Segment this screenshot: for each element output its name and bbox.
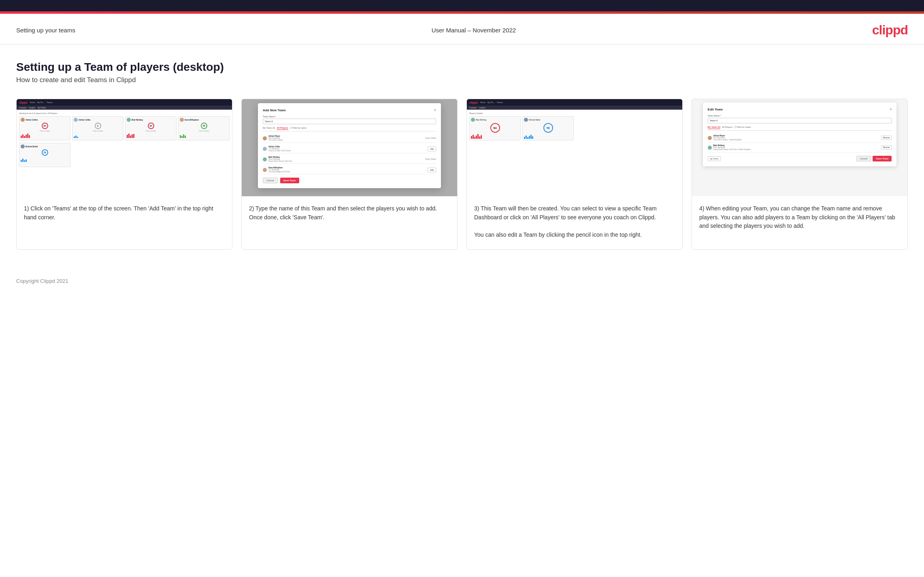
main-content: Setting up a Team of players (desktop) H… [0, 45, 924, 278]
edit-avatar-2 [708, 146, 712, 150]
edit-modal-footer: 🗑 Delete Cancel Save Team [708, 156, 892, 161]
modal-footer-2: Cancel Save Team [263, 178, 436, 183]
card-4: Edit Team × Team Name * Team A My Team (… [692, 99, 908, 250]
card-3-text: 3) This Team will then be created. You c… [467, 196, 682, 249]
mock-avatar-2 [74, 118, 78, 122]
card-1-text: 1) Click on 'Teams' at the top of the sc… [17, 196, 232, 249]
remove-player-btn-2[interactable]: Remove [881, 145, 892, 150]
mock-logo-1: clippd [19, 101, 28, 104]
edit-name-label: Team Name * [708, 115, 892, 117]
edit-player-row-2: Blair McHarg Plus HandicapRoyal North De… [708, 143, 892, 153]
mock-avatar-3 [127, 118, 131, 122]
edit-modal-tabs: My Team (2) All Players ☐ Filter by name [708, 126, 892, 131]
cards-grid: clippd Home My Pe... Teams Compare Insig… [16, 99, 908, 250]
edit-player-row-1: Adrian Player Plus HandicapThe Shire Lon… [708, 133, 892, 143]
edit-tab-all-players[interactable]: All Players [722, 126, 732, 129]
tab-my-team[interactable]: My Team (2) [263, 127, 275, 130]
edit-team-modal: Edit Team × Team Name * Team A My Team (… [703, 102, 897, 166]
card-3-text-2: You can also edit a Team by clicking the… [474, 231, 675, 240]
mock-nav-items-3: Home My Pe... Teams [480, 101, 503, 104]
edit-modal-bg: Edit Team × Team Name * Team A My Team (… [692, 99, 907, 196]
modal-title-4: Edit Team [708, 108, 723, 111]
mock-subnav-1: Compare Insights My Profile [17, 106, 232, 110]
top-bar [0, 0, 924, 11]
card-2-screenshot: Add New Team × Team Name * Team A My Tea… [242, 99, 457, 196]
avatar-ap [263, 136, 267, 140]
tab-all-players[interactable]: All Players [277, 127, 288, 130]
mock-avatar-1 [21, 118, 25, 122]
edit-avatar-1 [708, 136, 712, 140]
card-1: clippd Home My Pe... Teams Compare Insig… [16, 99, 232, 250]
header-center-text: User Manual – November 2022 [432, 27, 516, 34]
modal-title-2: Add New Team [263, 108, 286, 112]
add-player-btn-2[interactable]: Add [428, 168, 436, 172]
card-4-screenshot: Edit Team × Team Name * Team A My Team (… [692, 99, 907, 196]
mock-players-row-3: Blair McHarg 94 [469, 116, 680, 140]
avatar-bm [263, 157, 267, 161]
page-header: Setting up your teams User Manual – Nove… [0, 14, 924, 45]
edit-tab-my-team[interactable]: My Team (2) [708, 126, 720, 129]
card-2-text: 2) Type the name of this Team and then s… [242, 196, 457, 249]
modal-close-2[interactable]: × [434, 108, 436, 112]
header-left-text: Setting up your teams [16, 27, 75, 34]
edit-name-input[interactable]: Team A [708, 118, 892, 123]
mock-team-card-1: Blair McHarg 94 [469, 116, 521, 140]
avatar-ac [263, 147, 267, 151]
mock-avatar-t1 [471, 118, 475, 122]
tab-filter[interactable]: ☐ Filter by name [290, 127, 307, 130]
copyright-text: Copyright Clippd 2021 [16, 278, 68, 284]
mock-players-row-1: Adrian Collins 84 Player Quality [19, 116, 230, 140]
mock-subnav-3: Compare Insights [467, 106, 682, 110]
modal-overlay-2: Add New Team × Team Name * Team A My Tea… [242, 99, 457, 196]
mock-avatar-t2 [524, 118, 528, 122]
mock-nav-items-1: Home My Pe... Teams [30, 101, 53, 104]
mock-player-card-2: Adrian Coliba 0 Player Quality [72, 116, 123, 140]
mock-nav-1: clippd Home My Pe... Teams [17, 99, 232, 106]
modal-header-2: Add New Team × [263, 108, 436, 112]
player-list-2: Adrian Player Plus HandicapThe Shire Lon… [263, 134, 436, 174]
team-name-input-2[interactable]: Team A [263, 119, 436, 124]
page-title: Setting up a Team of players (desktop) [16, 61, 908, 74]
player-row-2: Adrian Colba 1-5 HandicapCentral London … [263, 144, 436, 153]
mock-avatar-5 [21, 144, 25, 148]
player-row-4: Dave Billingham 1-5 HandicapThe Dog Magi… [263, 165, 436, 174]
player-row-3: Blair McHarg Plus HandicapRoyal North De… [263, 155, 436, 164]
mock-player-card-4: Dave Billingham 78 Player Quality [178, 116, 230, 140]
mock-team-card-2: Richard Butler 72 [522, 116, 574, 140]
mock-content-1: Viewing 6 out of 6 players from: All Pla… [17, 110, 232, 170]
player-row-1: Adrian Player Plus HandicapThe Shire Lon… [263, 134, 436, 143]
modal-close-4[interactable]: × [890, 107, 892, 111]
modal-header-4: Edit Team × [708, 107, 892, 111]
page-subtitle: How to create and edit Teams in Clippd [16, 76, 908, 84]
edit-tab-filter[interactable]: ☐ Filter by name [734, 126, 751, 129]
mock-avatar-4 [180, 118, 184, 122]
save-team-btn-2[interactable]: Save Team [280, 178, 299, 183]
mock-player-card-1: Adrian Collins 84 Player Quality [19, 116, 70, 140]
mock-nav-3: clippd Home My Pe... Teams [467, 99, 682, 106]
card-4-text: 4) When editing your Team, you can chang… [692, 196, 907, 249]
modal-tabs-2: My Team (2) All Players ☐ Filter by name [263, 127, 436, 132]
page-footer: Copyright Clippd 2021 [0, 278, 924, 292]
mock-player-card-5: Richard Butler 72 [19, 143, 70, 167]
delete-team-btn[interactable]: 🗑 Delete [708, 156, 721, 161]
logo: clippd [872, 23, 908, 38]
add-player-btn-1[interactable]: Add [428, 146, 436, 151]
save-team-btn-4[interactable]: Save Team [873, 156, 892, 161]
mock-logo-3: clippd [469, 101, 478, 104]
card-3-screenshot: clippd Home My Pe... Teams Compare Insig… [467, 99, 682, 196]
card-2: Add New Team × Team Name * Team A My Tea… [241, 99, 458, 250]
card-3-text-1: 3) This Team will then be created. You c… [474, 204, 675, 222]
cancel-btn-2[interactable]: Cancel [263, 178, 278, 183]
edit-cancel-btn[interactable]: Cancel [856, 156, 871, 161]
mock-player-card-3: Blair McHarg 94 Player Quality [125, 116, 177, 140]
remove-player-btn-1[interactable]: Remove [881, 136, 892, 140]
card-3: clippd Home My Pe... Teams Compare Insig… [466, 99, 683, 250]
add-team-modal: Add New Team × Team Name * Team A My Tea… [258, 103, 441, 188]
team-name-label-2: Team Name * [263, 115, 436, 118]
avatar-db [263, 168, 267, 172]
card-1-screenshot: clippd Home My Pe... Teams Compare Insig… [17, 99, 232, 196]
